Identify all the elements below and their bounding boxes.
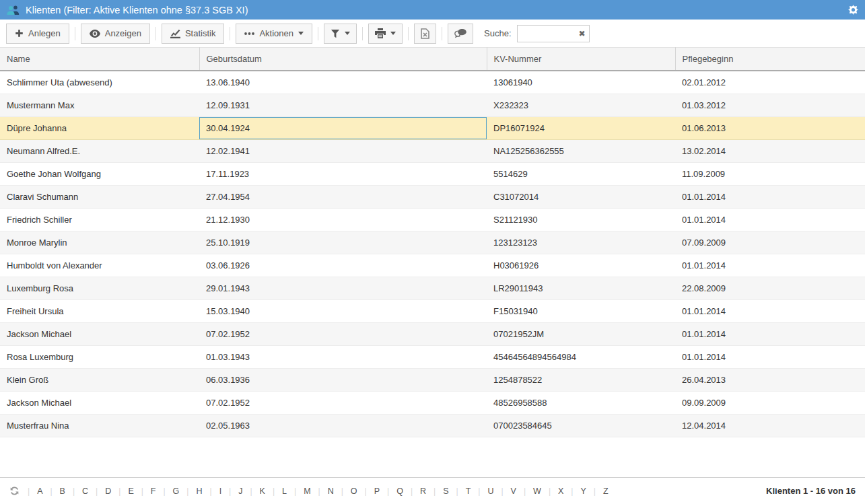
table-row[interactable]: Friedrich Schiller21.12.1930S2112193001.…	[0, 209, 865, 231]
table-cell[interactable]: 01.01.2014	[675, 300, 865, 323]
alphabet-letter-P[interactable]: P	[374, 487, 380, 496]
alphabet-letter-H[interactable]: H	[196, 487, 202, 496]
filter-button[interactable]	[324, 24, 357, 44]
statistik-button[interactable]: Statistik	[162, 24, 225, 44]
table-cell[interactable]: 1254878522	[487, 369, 675, 392]
table-cell[interactable]: 12.09.1931	[199, 94, 487, 117]
alphabet-letter-D[interactable]: D	[105, 487, 111, 496]
table-row[interactable]: Claravi Schumann27.04.1954C3107201401.01…	[0, 186, 865, 209]
table-cell[interactable]: Jackson Michael	[0, 323, 199, 346]
table-cell[interactable]: Humboldt von Alexander	[0, 254, 199, 277]
table-cell[interactable]: 07021952JM	[487, 323, 675, 346]
table-cell[interactable]: Rosa Luxemburg	[0, 346, 199, 369]
table-cell[interactable]: 07.02.1952	[199, 323, 487, 346]
table-cell[interactable]: 01.01.2014	[675, 186, 865, 209]
table-cell[interactable]: 27.04.1954	[199, 186, 487, 209]
alphabet-letter-A[interactable]: A	[37, 487, 42, 496]
table-cell[interactable]: NA125256362555	[487, 140, 675, 163]
alphabet-letter-J[interactable]: J	[238, 487, 242, 496]
table-cell[interactable]: 01.06.2013	[675, 117, 865, 140]
table-cell[interactable]: X232323	[487, 94, 675, 117]
alphabet-letter-W[interactable]: W	[533, 487, 541, 496]
alphabet-letter-C[interactable]: C	[82, 487, 88, 496]
column-header-geburtsdatum[interactable]: Geburtsdatum	[199, 48, 487, 71]
table-row[interactable]: Jackson Michael07.02.19524852695858809.0…	[0, 392, 865, 415]
table-row[interactable]: Freiheit Ursula15.03.1940F1503194001.01.…	[0, 300, 865, 323]
alphabet-letter-O[interactable]: O	[351, 487, 357, 496]
alphabet-letter-L[interactable]: L	[282, 487, 287, 496]
table-row[interactable]: Goethe Johan Wolfgang17.11.1923551462911…	[0, 163, 865, 186]
table-cell[interactable]: 01.03.1943	[199, 346, 487, 369]
table-cell[interactable]: 11.09.2009	[675, 163, 865, 186]
table-cell[interactable]: Schlimmer Uta (abwesend)	[0, 71, 199, 94]
table-cell[interactable]: 17.11.1923	[199, 163, 487, 186]
table-cell[interactable]: 5514629	[487, 163, 675, 186]
alphabet-letter-X[interactable]: X	[558, 487, 563, 496]
table-cell[interactable]: 22.08.2009	[675, 277, 865, 300]
table-cell[interactable]: 26.04.2013	[675, 369, 865, 392]
aktionen-button[interactable]: Aktionen	[236, 24, 312, 44]
table-row[interactable]: Humboldt von Alexander03.06.1926H0306192…	[0, 254, 865, 277]
alphabet-letter-I[interactable]: I	[219, 487, 221, 496]
table-cell[interactable]: 07.09.2009	[675, 231, 865, 254]
alphabet-letter-T[interactable]: T	[466, 487, 471, 496]
alphabet-letter-E[interactable]: E	[128, 487, 133, 496]
alphabet-letter-M[interactable]: M	[304, 487, 310, 496]
table-cell[interactable]: 12.02.1941	[199, 140, 487, 163]
table-cell[interactable]: 01.01.2014	[675, 209, 865, 231]
table-row[interactable]: Monroe Marylin25.10.191912312312307.09.2…	[0, 231, 865, 254]
table-cell[interactable]: LR29011943	[487, 277, 675, 300]
table-cell[interactable]: Jackson Michael	[0, 392, 199, 415]
table-cell[interactable]: Musterfrau Nina	[0, 415, 199, 437]
table-cell[interactable]: 13061940	[487, 71, 675, 94]
table-cell[interactable]: Luxemburg Rosa	[0, 277, 199, 300]
alphabet-letter-V[interactable]: V	[511, 487, 516, 496]
table-cell[interactable]: Mustermann Max	[0, 94, 199, 117]
alphabet-letter-S[interactable]: S	[443, 487, 448, 496]
table-cell[interactable]: C31072014	[487, 186, 675, 209]
table-row[interactable]: Luxemburg Rosa29.01.1943LR2901194322.08.…	[0, 277, 865, 300]
table-cell[interactable]: Claravi Schumann	[0, 186, 199, 209]
alphabet-letter-R[interactable]: R	[420, 487, 426, 496]
table-cell[interactable]: Düpre Johanna	[0, 117, 199, 140]
table-cell[interactable]: Freiheit Ursula	[0, 300, 199, 323]
anzeigen-button[interactable]: Anzeigen	[81, 24, 150, 44]
anlegen-button[interactable]: Anlegen	[6, 24, 69, 44]
table-cell[interactable]: 02.01.2012	[675, 71, 865, 94]
alphabet-letter-G[interactable]: G	[173, 487, 180, 496]
table-row[interactable]: Klein Groß06.03.1936125487852226.04.2013	[0, 369, 865, 392]
alphabet-letter-Z[interactable]: Z	[603, 487, 609, 496]
table-cell[interactable]: 29.01.1943	[199, 277, 487, 300]
table-cell[interactable]: Goethe Johan Wolfgang	[0, 163, 199, 186]
table-cell[interactable]: 25.10.1919	[199, 231, 487, 254]
table-cell[interactable]: Klein Groß	[0, 369, 199, 392]
alphabet-letter-Q[interactable]: Q	[396, 487, 403, 496]
table-cell[interactable]: 13.02.2014	[675, 140, 865, 163]
table-cell[interactable]: Friedrich Schiller	[0, 209, 199, 231]
table-cell[interactable]: 30.04.1924	[199, 117, 487, 140]
table-cell[interactable]: 06.03.1936	[199, 369, 487, 392]
alphabet-letter-B[interactable]: B	[60, 487, 65, 496]
table-cell[interactable]: H03061926	[487, 254, 675, 277]
table-cell[interactable]: 01.03.2012	[675, 94, 865, 117]
table-cell[interactable]: DP16071924	[487, 117, 675, 140]
column-header-name[interactable]: Name	[0, 48, 199, 71]
chat-button[interactable]	[448, 24, 473, 44]
table-row[interactable]: Musterfrau Nina02.05.196307002358464512.…	[0, 415, 865, 437]
gear-icon[interactable]	[848, 5, 858, 15]
print-button[interactable]	[368, 24, 403, 44]
table-cell[interactable]: 03.06.1926	[199, 254, 487, 277]
column-header-kv-nummer[interactable]: KV-Nummer	[487, 48, 675, 71]
alphabet-letter-F[interactable]: F	[151, 487, 156, 496]
table-row[interactable]: Jackson Michael07.02.195207021952JM01.01…	[0, 323, 865, 346]
table-cell[interactable]: 02.05.1963	[199, 415, 487, 437]
alphabet-letter-K[interactable]: K	[260, 487, 265, 496]
table-cell[interactable]: 15.03.1940	[199, 300, 487, 323]
table-cell[interactable]: 07.02.1952	[199, 392, 487, 415]
table-row[interactable]: Schlimmer Uta (abwesend)13.06.1940130619…	[0, 71, 865, 94]
table-cell[interactable]: F15031940	[487, 300, 675, 323]
table-row[interactable]: Neumann Alfred.E.12.02.1941NA12525636255…	[0, 140, 865, 163]
clear-x-icon[interactable]: ✖	[578, 30, 585, 38]
table-cell[interactable]: 01.01.2014	[675, 346, 865, 369]
alphabet-letter-U[interactable]: U	[487, 487, 493, 496]
